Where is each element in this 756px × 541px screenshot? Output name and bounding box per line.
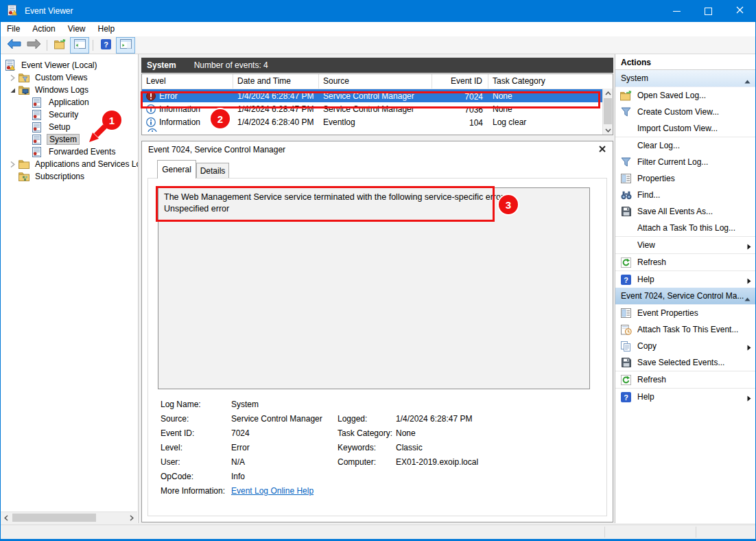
chevron-expanded-icon[interactable] xyxy=(6,87,19,93)
action-copy[interactable]: Copy xyxy=(615,338,756,354)
action-label: Filter Current Log... xyxy=(637,157,708,167)
chevron-collapsed-icon[interactable] xyxy=(6,161,19,168)
column-header-event-id[interactable]: Event ID xyxy=(432,74,488,89)
help-toolbar-button[interactable]: ? xyxy=(96,37,115,54)
action-view[interactable]: View xyxy=(615,237,756,253)
action-save-all-events-as[interactable]: Save All Events As... xyxy=(615,203,756,220)
source-cell: Eventlog xyxy=(323,117,355,127)
menu-file[interactable]: File xyxy=(1,22,26,36)
back-button[interactable] xyxy=(4,37,23,54)
field-label: Task Category: xyxy=(338,428,392,438)
action-properties[interactable]: Properties xyxy=(615,170,756,187)
preview-close-button[interactable] xyxy=(597,144,608,155)
open-folder-icon xyxy=(620,90,632,101)
tree-item-label: Security xyxy=(47,110,80,119)
scrollbar-thumb[interactable] xyxy=(604,98,612,124)
tree-item-subscriptions[interactable]: Subscriptions xyxy=(1,170,138,183)
action-find[interactable]: Find... xyxy=(615,187,756,203)
actions-pane: Actions System Open Saved Log... Create … xyxy=(615,54,756,523)
help-icon: ? xyxy=(101,39,111,51)
action-label: Help xyxy=(637,392,654,402)
scrollbar-thumb[interactable] xyxy=(12,514,96,522)
action-refresh-event[interactable]: Refresh xyxy=(615,371,756,388)
action-import-custom-view[interactable]: Import Custom View... xyxy=(615,120,756,137)
collapse-caret-icon[interactable] xyxy=(744,76,751,86)
menu-help[interactable]: Help xyxy=(92,22,121,36)
action-label: Save All Events As... xyxy=(637,207,713,216)
action-save-selected-events[interactable]: Save Selected Events... xyxy=(615,354,756,371)
source-cell: Service Control Manager xyxy=(323,91,414,101)
column-header-source[interactable]: Source xyxy=(319,74,432,89)
tree-item-application[interactable]: Application xyxy=(1,96,138,108)
tree-item-applications-and-services-logs[interactable]: Applications and Services Lo xyxy=(1,158,138,170)
refresh-icon xyxy=(620,257,632,268)
tree-horizontal-scrollbar[interactable] xyxy=(1,511,137,523)
event-row-info-104[interactable]: Information 1/4/2024 6:28:40 PM Eventlog… xyxy=(142,115,613,128)
action-attach-task-to-event[interactable]: Attach Task To This Event... xyxy=(615,321,756,338)
tree-item-label: Application xyxy=(47,97,91,107)
action-clear-log[interactable]: Clear Log... xyxy=(615,137,756,154)
tree-item-windows-logs[interactable]: Windows Logs xyxy=(1,84,138,96)
actions-section-event-7024[interactable]: Event 7024, Service Control Ma... xyxy=(615,288,756,305)
chevron-collapsed-icon[interactable] xyxy=(6,74,19,82)
toolbar: ? xyxy=(1,36,755,54)
actions-section-system[interactable]: System xyxy=(615,70,756,87)
log-name: System xyxy=(147,60,176,70)
menu-action[interactable]: Action xyxy=(26,22,61,36)
event-row-partial[interactable] xyxy=(142,128,613,132)
error-icon xyxy=(146,91,156,101)
collapse-caret-icon[interactable] xyxy=(744,294,751,303)
tree-item-custom-views[interactable]: Custom Views xyxy=(1,71,138,84)
action-help[interactable]: ? Help xyxy=(615,271,756,288)
close-button[interactable] xyxy=(724,0,755,22)
scroll-down-icon[interactable] xyxy=(603,126,613,135)
windows-logs-folder-icon xyxy=(19,84,29,95)
field-value: N/A xyxy=(231,457,245,467)
scroll-right-icon[interactable] xyxy=(126,512,137,523)
action-filter-current-log[interactable]: Filter Current Log... xyxy=(615,154,756,170)
event-description-box[interactable]: The Web Management Service service termi… xyxy=(158,187,590,389)
action-open-saved-log[interactable]: Open Saved Log... xyxy=(615,87,756,104)
event-log-online-help-link[interactable]: Event Log Online Help xyxy=(231,486,314,496)
column-header-date[interactable]: Date and Time xyxy=(233,74,319,89)
scroll-left-icon[interactable] xyxy=(1,512,12,523)
action-help-event[interactable]: ? Help xyxy=(615,389,756,405)
back-icon xyxy=(7,38,21,51)
preview-title-bar: Event 7024, Service Control Manager xyxy=(142,141,613,158)
column-header-level[interactable]: Level xyxy=(142,74,233,89)
maximize-button[interactable] xyxy=(692,0,724,22)
tab-details[interactable]: Details xyxy=(196,163,229,179)
open-saved-log-toolbar-button[interactable] xyxy=(50,37,69,54)
no-icon xyxy=(620,123,632,134)
show-action-pane-button[interactable] xyxy=(116,37,135,54)
action-refresh[interactable]: Refresh xyxy=(615,254,756,270)
action-label: Attach a Task To this Log... xyxy=(637,223,735,233)
tree-item-forwarded-events[interactable]: Forwarded Events xyxy=(1,146,138,158)
tree-item-system[interactable]: System xyxy=(1,133,138,146)
event-details-grid: Log Name: System Source: Service Control… xyxy=(148,400,606,500)
forward-button[interactable] xyxy=(24,37,43,54)
show-console-tree-button[interactable] xyxy=(70,37,89,54)
action-event-properties[interactable]: Event Properties xyxy=(615,305,756,321)
tree-item-event-viewer-local[interactable]: Event Viewer (Local) xyxy=(1,59,138,71)
menu-bar: File Action View Help xyxy=(1,22,755,37)
forward-icon xyxy=(27,38,41,51)
action-create-custom-view[interactable]: Create Custom View... xyxy=(615,104,756,120)
toolbar-separator xyxy=(93,40,93,51)
event-row-info-7036[interactable]: Information 1/4/2024 6:28:47 PM Service … xyxy=(142,102,613,115)
minimize-button[interactable] xyxy=(661,0,692,22)
log-header-bar: System Number of events: 4 xyxy=(141,58,613,73)
event-row-error-7024[interactable]: Error 1/4/2024 6:28:47 PM Service Contro… xyxy=(142,89,613,102)
event-list-vertical-scrollbar[interactable] xyxy=(602,89,613,135)
menu-view[interactable]: View xyxy=(62,22,92,36)
tree-item-setup[interactable]: Setup xyxy=(1,121,138,133)
tree-item-label: Setup xyxy=(47,122,72,132)
action-attach-task-to-log[interactable]: Attach a Task To this Log... xyxy=(615,220,756,236)
scroll-up-icon[interactable] xyxy=(603,89,613,97)
save-icon xyxy=(620,357,632,368)
binoculars-icon xyxy=(620,189,632,200)
tab-general[interactable]: General xyxy=(157,160,196,179)
column-header-task-category[interactable]: Task Category xyxy=(488,74,603,89)
open-folder-icon xyxy=(54,39,66,51)
tree-item-security[interactable]: Security xyxy=(1,108,138,121)
